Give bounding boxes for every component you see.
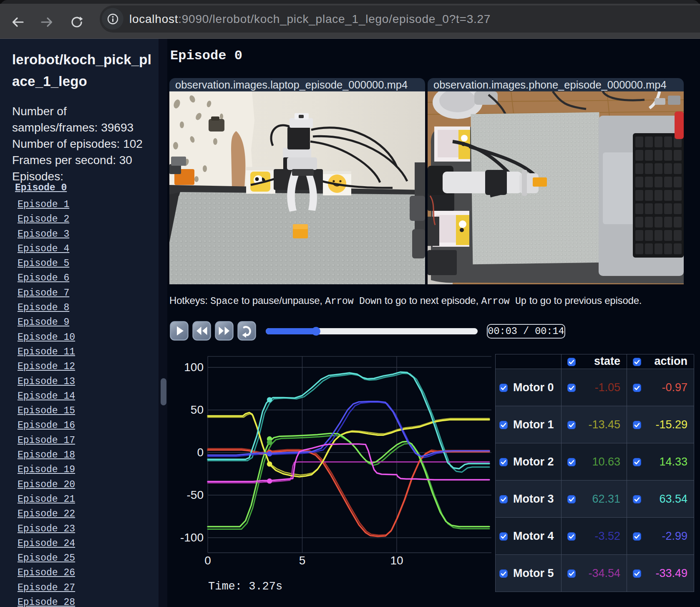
svg-text:-50: -50 <box>187 488 204 501</box>
svg-text:0: 0 <box>204 554 211 567</box>
svg-text:5: 5 <box>299 554 306 567</box>
svg-text:50: 50 <box>191 403 204 416</box>
svg-text:-100: -100 <box>180 531 204 544</box>
svg-text:10: 10 <box>390 554 403 567</box>
svg-text:Time: 3.27s: Time: 3.27s <box>208 580 282 593</box>
svg-text:100: 100 <box>184 361 204 374</box>
svg-text:0: 0 <box>197 446 204 459</box>
